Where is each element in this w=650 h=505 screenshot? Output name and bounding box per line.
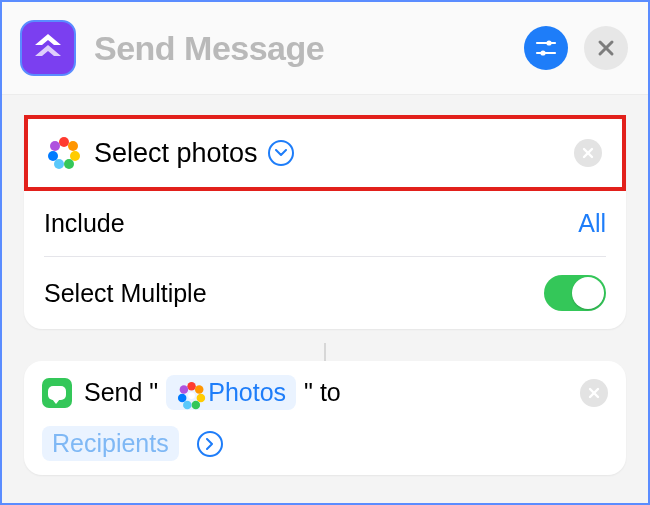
photos-icon <box>48 137 80 169</box>
clear-icon <box>582 147 594 159</box>
svg-point-1 <box>546 40 551 45</box>
select-multiple-label: Select Multiple <box>44 279 207 308</box>
select-multiple-toggle[interactable] <box>544 275 606 311</box>
header-bar: Send Message <box>2 2 648 95</box>
select-photos-label: Select photos <box>94 138 258 169</box>
photos-variable-token[interactable]: Photos <box>166 375 296 410</box>
include-value[interactable]: All <box>578 209 606 238</box>
select-multiple-row: Select Multiple <box>24 257 626 329</box>
expand-send-options-button[interactable] <box>197 431 223 457</box>
photos-icon <box>178 381 200 403</box>
send-message-card: Send " Photos " to Recipients <box>24 361 626 475</box>
close-icon <box>597 39 615 57</box>
shortcuts-editor-frame: Send Message <box>0 0 650 505</box>
expand-options-button[interactable] <box>268 140 294 166</box>
page-title: Send Message <box>94 29 524 68</box>
recipients-token-label: Recipients <box>52 429 169 458</box>
select-photos-card: Select photos Inc <box>24 115 626 329</box>
chevron-right-icon <box>206 438 214 450</box>
select-photos-row[interactable]: Select photos <box>28 119 622 187</box>
messages-app-icon <box>42 378 72 408</box>
highlight-box: Select photos <box>24 115 626 191</box>
clear-action-button[interactable] <box>574 139 602 167</box>
settings-button[interactable] <box>524 26 568 70</box>
svg-point-3 <box>540 50 545 55</box>
actions-area: Select photos Inc <box>2 95 648 475</box>
sliders-icon <box>535 37 557 59</box>
recipients-variable-token[interactable]: Recipients <box>42 426 179 461</box>
messages-bubble-icon <box>48 386 66 400</box>
send-prefix-text: Send " <box>84 378 158 407</box>
include-row[interactable]: Include All <box>24 191 626 256</box>
chevron-down-icon <box>275 149 287 157</box>
send-midfix-text: " to <box>304 378 341 407</box>
shortcuts-app-icon <box>20 20 76 76</box>
send-message-row: Send " Photos " to Recipients <box>24 361 626 475</box>
include-label: Include <box>44 209 125 238</box>
close-button[interactable] <box>584 26 628 70</box>
clear-send-action-button[interactable] <box>580 379 608 407</box>
photos-token-label: Photos <box>208 378 286 407</box>
clear-icon <box>588 387 600 399</box>
toggle-knob <box>572 277 604 309</box>
action-connector <box>324 343 326 361</box>
shortcuts-glyph-icon <box>31 31 65 65</box>
